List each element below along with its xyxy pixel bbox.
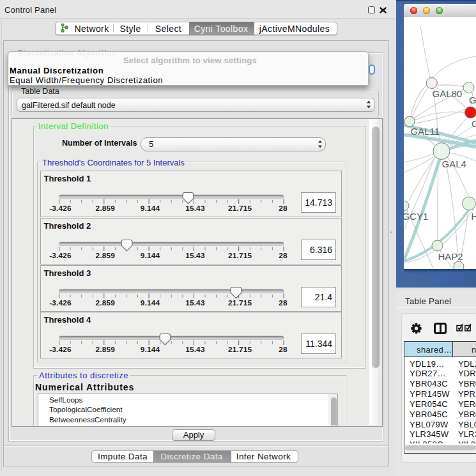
svg-text:9.144: 9.144: [140, 298, 160, 307]
svg-text:15.43: 15.43: [185, 298, 205, 307]
svg-text:15.43: 15.43: [185, 250, 205, 259]
svg-text:GAL3: GAL3: [469, 95, 476, 105]
svg-text:21.715: 21.715: [228, 203, 252, 212]
svg-text:28: 28: [279, 298, 288, 307]
svg-text:CD: CD: [472, 118, 476, 129]
svg-text:GAL11: GAL11: [411, 126, 440, 137]
svg-text:21.715: 21.715: [228, 298, 252, 307]
svg-text:HAP2: HAP2: [438, 251, 463, 262]
svg-text:GAL80: GAL80: [433, 88, 463, 99]
svg-text:9.144: 9.144: [140, 250, 160, 259]
svg-text:9.144: 9.144: [140, 345, 160, 354]
svg-text:-3.426: -3.426: [49, 250, 72, 259]
svg-text:GAL4: GAL4: [442, 158, 466, 169]
svg-text:GCY1: GCY1: [404, 211, 428, 222]
svg-text:28: 28: [279, 250, 288, 259]
svg-text:-3.426: -3.426: [49, 298, 72, 307]
svg-text:28: 28: [279, 345, 288, 354]
svg-text:-3.426: -3.426: [49, 345, 72, 354]
svg-text:21.715: 21.715: [228, 250, 252, 259]
svg-text:15.43: 15.43: [185, 203, 205, 212]
svg-text:2.859: 2.859: [95, 203, 115, 212]
svg-text:HIS: HIS: [472, 211, 476, 222]
svg-text:2.859: 2.859: [95, 250, 115, 259]
svg-text:15.43: 15.43: [185, 345, 205, 354]
svg-text:2.859: 2.859: [95, 298, 115, 307]
svg-text:28: 28: [279, 203, 288, 212]
svg-text:21.715: 21.715: [228, 345, 252, 354]
svg-text:9.144: 9.144: [140, 203, 160, 212]
svg-text:-3.426: -3.426: [49, 203, 72, 212]
svg-text:2.859: 2.859: [95, 345, 115, 354]
